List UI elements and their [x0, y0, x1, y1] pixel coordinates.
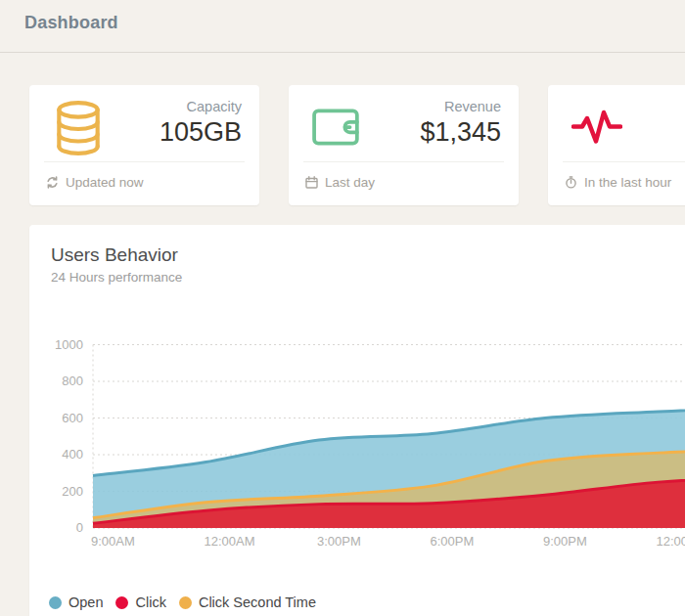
refresh-icon [46, 176, 59, 189]
stat-footer: Last day [305, 173, 375, 191]
stat-label: Capacity [187, 99, 242, 114]
legend-item-click: Click [115, 594, 165, 610]
users-behavior-chart [29, 313, 685, 557]
stat-footer: Updated now [46, 173, 144, 191]
legend-item-open: Open [49, 594, 103, 610]
top-navbar: Dashboard [0, 0, 685, 53]
stat-value: $1,345 [420, 117, 501, 148]
legend-label: Click [135, 594, 165, 610]
legend-dot [49, 596, 62, 609]
legend-label: Open [68, 594, 103, 610]
stat-card-capacity: Capacity 105GB Updated now [29, 85, 259, 205]
stat-footer-text: Updated now [66, 175, 144, 190]
stat-value: 105GB [160, 117, 242, 148]
clock-icon [565, 176, 577, 189]
card-divider [303, 161, 504, 162]
x-tick-label-4: 9:00PM [543, 534, 587, 549]
legend-dot [179, 596, 192, 609]
chart-title: Users Behavior [51, 244, 178, 266]
stat-label: Revenue [444, 99, 501, 114]
chart-legend: OpenClickClick Second Time [49, 594, 329, 610]
wallet-icon [312, 105, 367, 161]
card-divider [563, 161, 685, 162]
pulse-icon [571, 107, 626, 163]
page-title: Dashboard [24, 13, 118, 33]
x-tick-label-2: 3:00PM [317, 534, 361, 549]
stat-footer-text: In the last hour [584, 175, 671, 190]
card-divider [44, 161, 245, 162]
stat-card-pulse: In the last hour [548, 85, 685, 205]
chart-subtitle: 24 Hours performance [51, 270, 182, 285]
legend-item-click-second-time: Click Second Time [179, 594, 316, 610]
calendar-icon [305, 176, 318, 189]
stat-card-revenue: Revenue $1,345 Last day [289, 85, 519, 205]
x-tick-label-1: 12:00AM [205, 534, 255, 549]
x-tick-label-3: 6:00PM [431, 534, 475, 549]
x-tick-label-5: 12:00PM [657, 534, 685, 549]
stat-footer: In the last hour [565, 173, 671, 191]
x-tick-label-0: 9:00AM [91, 534, 135, 549]
legend-label: Click Second Time [199, 594, 316, 610]
legend-dot [115, 596, 128, 609]
users-behavior-card: Users Behavior 24 Hours performance 0200… [29, 225, 685, 616]
stat-footer-text: Last day [325, 175, 375, 190]
database-icon [53, 100, 108, 156]
